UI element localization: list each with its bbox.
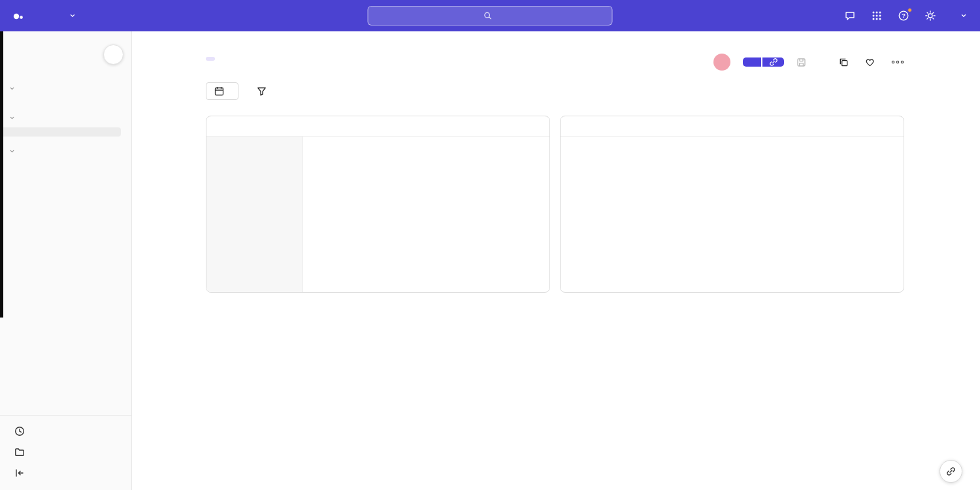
duplicate-button[interactable] [839, 57, 853, 67]
chevron-down-icon [9, 86, 15, 91]
sidebar-item-public-podcast-data[interactable] [0, 127, 121, 137]
chart-legend [571, 139, 893, 152]
link-icon [769, 57, 778, 67]
feedback-chat-icon[interactable] [843, 9, 857, 22]
ellipsis-icon [891, 59, 904, 65]
svg-text:?: ? [902, 12, 906, 19]
most-viewed-dashboards-button[interactable] [0, 421, 131, 442]
top-navbar: ? [0, 0, 980, 31]
date-range-picker[interactable] [206, 83, 238, 99]
avatar[interactable] [713, 54, 730, 71]
help-icon[interactable]: ? [897, 9, 910, 22]
heart-icon [865, 57, 875, 67]
toolbar [206, 82, 980, 100]
card-new-episodes-by-generator [206, 116, 550, 293]
main-content [132, 31, 980, 490]
copy-icon [839, 57, 849, 67]
apps-grid-icon[interactable] [870, 9, 883, 22]
mixpanel-logo-icon[interactable] [13, 11, 24, 20]
line-chart-svg[interactable] [571, 152, 894, 262]
screen-edge-artifact [0, 31, 3, 318]
favorites-empty-hint [0, 97, 131, 105]
chevron-down-icon [9, 115, 15, 121]
chevron-down-icon [69, 12, 76, 19]
all-dashboards-button[interactable] [0, 442, 131, 463]
sidebar [0, 31, 132, 490]
search-input[interactable] [368, 6, 613, 25]
sidebar-footer [0, 415, 131, 490]
floating-link-button[interactable] [939, 460, 962, 483]
link-icon [946, 466, 956, 476]
folder-icon [14, 447, 25, 457]
chevron-down-icon [960, 12, 967, 19]
sidebar-section-favorites [0, 80, 131, 105]
funnel-icon [257, 86, 267, 96]
bar-chart[interactable] [206, 137, 549, 292]
notification-badge [907, 8, 912, 12]
date-controls [206, 82, 238, 100]
save-icon [796, 57, 806, 67]
search-icon [483, 11, 492, 20]
chevron-down-icon [9, 148, 15, 154]
section-header-created-by-you[interactable] [0, 143, 131, 159]
clock-icon [14, 426, 25, 436]
copy-link-button[interactable] [762, 57, 784, 67]
legend-swatch [727, 142, 733, 148]
collapse-icon [14, 468, 25, 478]
section-header-recently-viewed[interactable] [0, 110, 131, 126]
collapse-sidebar-button[interactable] [0, 463, 131, 483]
add-dashboard-button[interactable] [103, 44, 123, 65]
bar-label-column [206, 137, 302, 292]
share-button[interactable] [743, 57, 761, 67]
project-selector[interactable] [955, 12, 967, 19]
card-new-episodes-found [560, 116, 904, 293]
save-button[interactable] [796, 57, 810, 67]
settings-gear-icon[interactable] [924, 9, 937, 22]
favorite-button[interactable] [865, 57, 879, 67]
visibility-badge [206, 57, 215, 61]
sidebar-item-public-podcast-data-created[interactable] [0, 161, 121, 170]
section-header-favorites[interactable] [0, 80, 131, 97]
line-chart[interactable] [561, 137, 904, 292]
calendar-icon [214, 86, 224, 96]
nav-item-reports[interactable] [66, 12, 76, 19]
filter-button[interactable] [257, 86, 271, 96]
sidebar-section-created-by-you [0, 143, 131, 171]
sidebar-section-recently-viewed [0, 110, 131, 138]
more-options-button[interactable] [891, 59, 904, 65]
